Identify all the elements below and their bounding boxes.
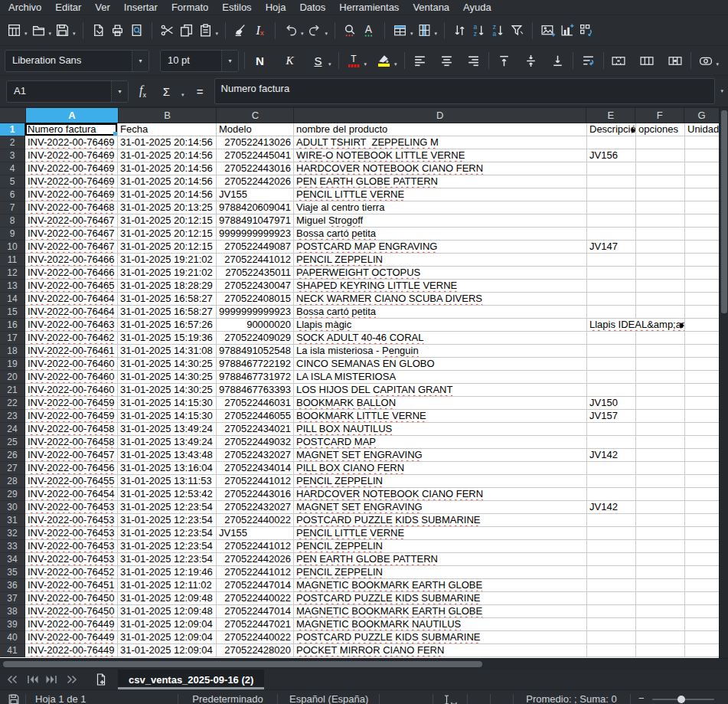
autofilter-button[interactable]	[508, 20, 527, 41]
row-header-5[interactable]: 5	[0, 175, 25, 188]
cell-F13[interactable]	[636, 280, 685, 293]
document-modified-icon[interactable]	[8, 693, 20, 704]
select-all-corner[interactable]	[0, 108, 26, 123]
cell-D14[interactable]: NECK WARMER CIANO SCUBA DIVERS	[294, 293, 587, 306]
cell-B39[interactable]: 31-01-2025 12:09:04	[118, 618, 217, 631]
zoom-slider-thumb[interactable]	[677, 696, 685, 703]
row-header-3[interactable]: 3	[0, 149, 25, 162]
cell-D37[interactable]: POSTCARD PUZZLE KIDS SUBMARINE	[294, 592, 587, 605]
row-header-17[interactable]: 17	[0, 332, 25, 345]
cell-D12[interactable]: PAPERWEIGHT OCTOPUS	[294, 267, 587, 280]
cell-E35[interactable]	[587, 566, 636, 579]
cell-A32[interactable]: INV-2022-00-76453	[25, 527, 118, 540]
row-header-36[interactable]: 36	[0, 579, 25, 592]
cell-F33[interactable]	[636, 540, 685, 553]
row-header-8[interactable]: 8	[0, 214, 25, 228]
cell-B30[interactable]: 31-01-2025 12:23:54	[118, 501, 217, 514]
cell-G36[interactable]	[685, 579, 719, 592]
cell-F30[interactable]	[636, 501, 685, 514]
cell-B36[interactable]: 31-01-2025 12:11:02	[118, 579, 217, 592]
cell-D3[interactable]: WIRE-O NOTEBOOK LITTLE VERNE	[294, 149, 587, 162]
row-header-9[interactable]: 9	[0, 228, 25, 241]
underline-button[interactable]: S	[309, 51, 328, 71]
cell-A39[interactable]: INV-2022-00-76449	[25, 618, 118, 631]
cell-E1[interactable]: Descripción	[587, 123, 636, 136]
clone-formatting-button[interactable]	[231, 20, 250, 41]
cell-D5[interactable]: PEN EARTH GLOBE PATTERN	[294, 175, 587, 188]
cell-E24[interactable]	[587, 423, 636, 436]
cell-F4[interactable]	[636, 162, 685, 175]
cell-B19[interactable]: 31-01-2025 14:30:25	[118, 358, 217, 371]
cell-A35[interactable]: INV-2022-00-76452	[25, 566, 118, 579]
cell-G28[interactable]	[685, 475, 719, 488]
menu-herramientas[interactable]: Herramientas	[332, 2, 406, 13]
cell-A31[interactable]: INV-2022-00-76453	[25, 514, 118, 527]
cell-B11[interactable]: 31-01-2025 19:21:02	[118, 254, 217, 267]
row-header-19[interactable]: 19	[0, 358, 25, 371]
cell-C41[interactable]: 270522428020	[217, 644, 294, 657]
new-spreadsheet-button[interactable]	[5, 20, 24, 41]
cell-F5[interactable]	[636, 175, 685, 188]
cell-D35[interactable]: PENCIL ZEPPELIN	[294, 566, 587, 579]
undo-button[interactable]	[281, 20, 300, 41]
cell-G6[interactable]	[685, 188, 719, 201]
font-color-button[interactable]: T	[344, 51, 364, 71]
cell-G11[interactable]	[685, 254, 719, 267]
cell-G15[interactable]	[685, 306, 719, 319]
cell-A30[interactable]: INV-2022-00-76453	[25, 501, 118, 514]
cell-G34[interactable]	[685, 553, 719, 566]
cell-G20[interactable]	[685, 371, 719, 384]
cell-A27[interactable]: INV-2022-00-76456	[25, 462, 118, 475]
cell-F6[interactable]	[636, 188, 685, 201]
cell-D19[interactable]: CINCO SEMANAS EN GLOBO	[294, 358, 587, 371]
cell-C31[interactable]: 270522440022	[217, 514, 294, 527]
row-header-13[interactable]: 13	[0, 280, 25, 293]
cell-B2[interactable]: 31-01-2025 20:14:56	[118, 136, 217, 149]
cell-E38[interactable]	[587, 605, 636, 618]
cell-D30[interactable]: MAGNET SET ENGRAVING	[294, 501, 587, 514]
cell-D11[interactable]: PENCIL ZEPPELIN	[294, 254, 587, 267]
cell-B23[interactable]: 31-01-2025 14:15:30	[118, 410, 217, 423]
cell-C5[interactable]: 270522442026	[217, 175, 294, 188]
cell-E4[interactable]	[587, 162, 636, 175]
cell-D22[interactable]: BOOKMARK BALLON	[294, 397, 587, 410]
cell-E20[interactable]	[587, 371, 636, 384]
cell-D4[interactable]: HARDCOVER NOTEBOOK CIANO FERN	[294, 162, 587, 175]
row-header-26[interactable]: 26	[0, 449, 25, 462]
cell-A24[interactable]: INV-2022-00-76458	[25, 423, 118, 436]
row-header-37[interactable]: 37	[0, 592, 25, 605]
cell-G27[interactable]	[685, 462, 719, 475]
insert-column-button[interactable]	[415, 20, 434, 41]
cell-A41[interactable]: INV-2022-00-76449	[25, 644, 118, 657]
status-sheet-info[interactable]: Hoja 1 de 1	[35, 693, 87, 704]
cell-E16[interactable]: Llapis IDEAL&amp;am	[587, 319, 685, 332]
cell-F38[interactable]	[636, 605, 685, 618]
print-preview-button[interactable]	[127, 20, 146, 41]
cell-G3[interactable]	[685, 149, 719, 162]
cell-B17[interactable]: 31-01-2025 15:19:36	[118, 332, 217, 345]
dropdown-arrow-icon[interactable]: ▾	[410, 24, 413, 37]
cell-F26[interactable]	[636, 449, 685, 462]
currency-format-button[interactable]	[697, 51, 716, 71]
cell-C26[interactable]: 270522432027	[217, 449, 294, 462]
cell-B34[interactable]: 31-01-2025 12:23:54	[118, 553, 217, 566]
cell-E17[interactable]	[587, 332, 636, 345]
row-header-33[interactable]: 33	[0, 540, 25, 553]
cell-F24[interactable]	[636, 423, 685, 436]
cell-F39[interactable]	[636, 618, 685, 631]
cell-C34[interactable]: 270522442026	[217, 553, 294, 566]
menu-ayuda[interactable]: Ayuda	[456, 2, 498, 13]
cell-D9[interactable]: Bossa cartó petita	[294, 228, 587, 241]
cell-B31[interactable]: 31-01-2025 12:23:54	[118, 514, 217, 527]
dropdown-arrow-icon[interactable]: ▾	[328, 54, 331, 67]
cell-G4[interactable]	[685, 162, 719, 175]
align-bottom-button[interactable]	[548, 51, 567, 71]
name-box[interactable]: A1 ▾	[6, 80, 129, 103]
dropdown-arrow-icon[interactable]: ▾	[394, 54, 397, 67]
row-header-30[interactable]: 30	[0, 501, 25, 514]
cell-C8[interactable]: 9788491047971	[217, 214, 294, 228]
column-header-D[interactable]: D	[294, 108, 586, 123]
row-header-28[interactable]: 28	[0, 475, 25, 488]
cell-A4[interactable]: INV-2022-00-76469	[25, 162, 118, 175]
cell-G8[interactable]	[685, 214, 719, 228]
